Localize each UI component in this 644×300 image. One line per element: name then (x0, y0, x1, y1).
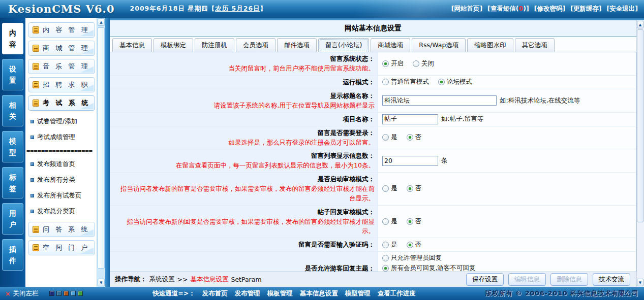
radio-option[interactable]: 所有会员可回复,游客不可回复 (382, 264, 475, 272)
quick-channel-label: 快速通道=>： (152, 289, 195, 298)
quick-link-模板管理[interactable]: 模板管理 (267, 289, 293, 298)
radio-option[interactable]: 否 (407, 184, 422, 193)
theme-color-swatch[interactable] (49, 291, 54, 296)
radio-option[interactable]: 关闭 (413, 59, 434, 68)
tab-商城选项[interactable]: 商城选项 (371, 38, 410, 52)
tab-防注册机[interactable]: 防注册机 (195, 38, 234, 52)
tab-其它选项[interactable]: 其它选项 (515, 38, 555, 52)
button-保存设置[interactable]: 保存设置 (466, 273, 504, 286)
radio-option[interactable]: 否 (407, 133, 422, 142)
tab-邮件选项[interactable]: 邮件选项 (277, 38, 317, 52)
sidebar-item[interactable]: 发布所有试卷页 (25, 188, 97, 204)
breadcrumb-system-settings[interactable]: 系统设置 (149, 275, 175, 284)
radio-checked-icon[interactable] (407, 185, 413, 192)
quick-links: 发布首页发布管理模板管理基本信息设置模型管理查看工作进度 (202, 289, 416, 298)
radio-unchecked-icon[interactable] (382, 218, 389, 225)
radio-option[interactable]: 是 (382, 133, 397, 142)
radio-checked-icon[interactable] (382, 60, 389, 67)
radio-option[interactable]: 普通留言模式 (382, 78, 429, 86)
sidebar-group-button[interactable]: 招 聘 求 职 (28, 77, 95, 92)
module-tab-用户[interactable]: 用户 (2, 203, 23, 235)
topbar-link[interactable]: [更新缓存] (570, 5, 601, 13)
module-tab-标签[interactable]: 标签 (2, 167, 23, 198)
radio-checked-icon[interactable] (407, 218, 413, 225)
theme-color-swatch[interactable] (56, 291, 62, 296)
module-tab-设置[interactable]: 设置 (2, 59, 23, 90)
quick-link-模型管理[interactable]: 模型管理 (345, 289, 371, 298)
sidebar-group-button[interactable]: 问 答 系 统 (28, 222, 95, 237)
radio-option[interactable]: 论坛模式 (438, 78, 472, 86)
radio-option[interactable]: 只允许管理员回复 (382, 254, 442, 262)
sidebar-group-button[interactable]: 音 乐 管 理 (28, 59, 95, 74)
sidebar-scrollbar[interactable]: ▲ ▼ (97, 18, 105, 287)
radio-checked-icon[interactable] (382, 265, 389, 272)
radio-unchecked-icon[interactable] (382, 255, 389, 261)
text-input[interactable] (382, 114, 438, 124)
sidebar-group-button[interactable]: 空 间 门 户 (28, 240, 95, 255)
radio-checked-icon[interactable] (407, 242, 413, 248)
topbar-link[interactable]: [修改密码] (534, 5, 565, 13)
text-input[interactable] (382, 156, 438, 166)
theme-color-swatch[interactable] (71, 291, 76, 296)
form-label-cell: 运行模式： (110, 76, 378, 89)
quick-link-发布首页[interactable]: 发布首页 (202, 289, 228, 298)
theme-color-swatch[interactable] (78, 291, 83, 296)
quick-link-基本信息设置[interactable]: 基本信息设置 (300, 289, 338, 298)
scroll-down-icon[interactable]: ▼ (637, 279, 643, 286)
radio-option[interactable]: 否 (407, 241, 422, 249)
tab-缩略图水印[interactable]: 缩略图水印 (467, 38, 513, 52)
module-tab-模型[interactable]: 模型 (2, 131, 23, 162)
tab-模板绑定[interactable]: 模板绑定 (154, 38, 193, 52)
text-input[interactable] (382, 95, 497, 106)
form-label: 显示标题名称： (330, 91, 375, 101)
topbar-link[interactable]: [查看短信(0)] (487, 5, 529, 13)
sidebar-item[interactable]: 发布所有分类 (25, 172, 97, 188)
module-tab-插件[interactable]: 插件 (2, 239, 23, 271)
tab-会员选项[interactable]: 会员选项 (236, 38, 275, 52)
radio-option[interactable]: 是 (382, 217, 397, 226)
radio-option[interactable]: 否 (407, 217, 422, 226)
main-scroll-thumb[interactable] (637, 29, 643, 222)
topbar-link[interactable]: [安全退出] (607, 5, 638, 13)
tab-留言(小论坛)[interactable]: 留言(小论坛) (318, 38, 369, 52)
radio-unchecked-icon[interactable] (382, 242, 389, 248)
tab-Rss/Wap选项[interactable]: Rss/Wap选项 (412, 38, 466, 52)
button-技术交流[interactable]: 技术交流 (593, 273, 630, 286)
close-left-pane-button[interactable]: × 关闭左栏 (5, 289, 38, 298)
radio-option[interactable]: 是 (382, 184, 397, 193)
sidebar-group-button[interactable]: 内 容 管 理 (28, 22, 95, 38)
form-label: 是否启动审核模式： (318, 174, 375, 184)
radio-option[interactable]: 是 (382, 241, 397, 249)
radio-option[interactable]: 开启 (382, 59, 404, 68)
form-row: 是否允许游客回复主题：只允许管理员回复所有会员可回复,游客不可回复所有人都可以回… (110, 252, 636, 272)
form-hint: 指当访问者发布新的留言是否需要审核，如果需要审核，发布的留言必须经过审核才能在前… (117, 184, 375, 204)
sidebar-item[interactable]: 发布总分类页 (25, 204, 97, 219)
radio-checked-icon[interactable] (407, 134, 413, 141)
radio-unchecked-icon[interactable] (413, 60, 419, 67)
module-tab-相关[interactable]: 相关 (2, 95, 23, 126)
breadcrumb-basic-info[interactable]: 基本信息设置 (190, 275, 228, 284)
sidebar-group-button[interactable]: 商 城 管 理 (28, 41, 95, 56)
form-row: 项目名称：如:帖子,留言等 (110, 113, 636, 126)
radio-unchecked-icon[interactable] (382, 134, 389, 141)
sidebar-item[interactable]: 发布频道首页 (25, 156, 97, 172)
main-scrollbar[interactable]: ▲ ▼ (636, 20, 644, 287)
lunar-date-link[interactable]: 农历 5月26日 (215, 5, 260, 12)
theme-color-swatch[interactable] (64, 291, 69, 296)
sidebar-scroll-thumb[interactable] (98, 27, 105, 269)
scroll-up-icon[interactable]: ▲ (98, 18, 105, 26)
radio-unchecked-icon[interactable] (382, 79, 389, 85)
sidebar-item[interactable]: 试卷管理/添加 (25, 114, 97, 129)
radio-unchecked-icon[interactable] (382, 185, 389, 192)
module-tab-内容[interactable]: 内容 (2, 23, 23, 54)
radio-checked-icon[interactable] (438, 79, 445, 85)
tab-基本信息[interactable]: 基本信息 (112, 38, 152, 52)
sidebar-group-button[interactable]: 考 试 系 统 (28, 95, 95, 111)
scroll-up-icon[interactable]: ▲ (637, 21, 643, 28)
topbar-link[interactable]: [网站首页] (451, 5, 482, 13)
quick-link-查看工作进度[interactable]: 查看工作进度 (378, 289, 416, 298)
sidebar-item[interactable]: 考试成绩管理 (25, 129, 97, 145)
form-label-cell: 留言系统状态：当关闭留言时，前台用户将不能使用留言系统功能。 (110, 52, 378, 75)
scroll-down-icon[interactable]: ▼ (98, 279, 105, 286)
quick-link-发布管理[interactable]: 发布管理 (235, 289, 260, 298)
